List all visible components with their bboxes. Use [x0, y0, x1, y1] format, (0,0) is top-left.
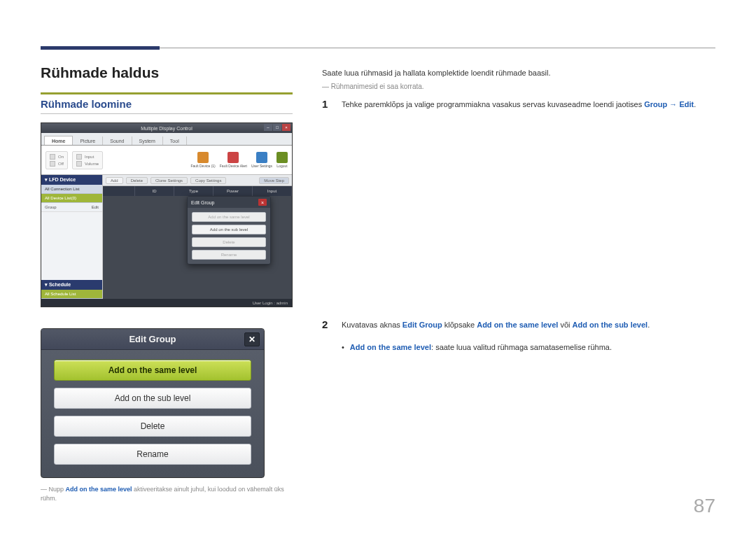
input-icon[interactable]: [76, 154, 82, 160]
sidebar-group-label: Group: [45, 205, 57, 209]
label-off: Off: [58, 162, 64, 166]
logout-icon: [276, 152, 288, 163]
window-maximize-icon[interactable]: □: [273, 124, 281, 131]
bullet-desc: : saate luua valitud rühmaga samatasemel…: [431, 343, 612, 351]
note-line: ― Rühmanimesid ei saa korrata.: [322, 83, 715, 90]
add-button[interactable]: Add: [106, 177, 123, 184]
step2-after: .: [648, 321, 650, 329]
sidebar-all-schedule[interactable]: All Schedule List: [41, 290, 102, 299]
modal-delete-button[interactable]: Delete: [192, 237, 266, 247]
screenshot-mdc-app: Multiple Display Control – □ × Home Pict…: [41, 122, 293, 307]
tab-sound[interactable]: Sound: [103, 136, 132, 145]
th-id: ID: [135, 186, 174, 196]
power-on-icon[interactable]: [50, 154, 55, 160]
main-panel: Add Delete Clone Settings Copy Settings …: [103, 175, 292, 299]
rename-button-large[interactable]: Rename: [54, 444, 251, 465]
fault-device-button[interactable]: Fault Device (1): [191, 152, 216, 168]
fault-alert-button[interactable]: Fault Device Alert: [220, 152, 247, 168]
step2-mid1: klõpsake: [442, 321, 477, 329]
table-header: ID Type Power Input: [103, 186, 292, 196]
page-number: 87: [694, 495, 715, 517]
step1-after: .: [694, 100, 696, 108]
sidebar-header-lfd[interactable]: ▾ LFD Device: [41, 175, 102, 185]
dialog-close-icon[interactable]: ✕: [244, 332, 260, 346]
dialog-title: Edit Group: [129, 334, 176, 344]
step-2: 2 Kuvatavas aknas Edit Group klõpsake Ad…: [322, 319, 715, 331]
step1-group-link: Group: [644, 100, 667, 108]
delete-button[interactable]: Delete: [126, 177, 148, 184]
bullet-dot: •: [342, 343, 344, 351]
modal-titlebar: Edit Group ×: [188, 197, 270, 208]
footnote-dash: ―: [41, 486, 47, 493]
section-heading: Rühmade loomine: [41, 92, 293, 114]
volume-icon[interactable]: [76, 161, 82, 167]
modal-rename-button[interactable]: Rename: [192, 250, 266, 260]
step1-edit-link: Edit: [679, 100, 694, 108]
window-minimize-icon[interactable]: –: [264, 124, 272, 131]
sidebar-all-device[interactable]: All Device List(0): [41, 194, 102, 203]
footnote: ― Nupp Add on the same level aktiveerita…: [41, 485, 293, 503]
step2-editgroup: Edit Group: [402, 321, 442, 329]
tab-tool[interactable]: Tool: [163, 136, 187, 145]
move-step-button[interactable]: Move Step: [259, 177, 289, 184]
add-sub-level-button[interactable]: Add on the sub level: [54, 388, 251, 409]
th-input: Input: [253, 186, 292, 196]
toolgroup-power: On Off: [46, 151, 68, 169]
sidebar-group-row: Group Edit: [41, 203, 102, 212]
logout-label: Logout: [276, 164, 287, 168]
tab-home[interactable]: Home: [44, 136, 73, 145]
copy-settings-button[interactable]: Copy Settings: [190, 177, 226, 184]
ribbon-toolbar: On Off Input Volume Fault Device (1) Fau…: [41, 146, 292, 175]
step1-arrow: →: [667, 100, 679, 108]
status-bar: User Login : admin: [41, 299, 292, 307]
step1-text: Tehke paremklõps ja valige programmiakna…: [342, 100, 644, 108]
sidebar: ▾ LFD Device All Connection List All Dev…: [41, 175, 103, 299]
step2-addsub: Add on the sub level: [573, 321, 648, 329]
page-heading: Rühmade haldus: [41, 64, 293, 81]
window-close-icon[interactable]: ×: [282, 124, 290, 131]
delete-button-large[interactable]: Delete: [54, 416, 251, 437]
step-number: 2: [322, 319, 332, 330]
label-input: Input: [85, 155, 94, 159]
step2-mid2: või: [558, 321, 572, 329]
clone-settings-button[interactable]: Clone Settings: [150, 177, 188, 184]
label-on: On: [58, 155, 64, 159]
fault-device-label: Fault Device (1): [191, 164, 216, 168]
power-off-icon[interactable]: [50, 161, 55, 167]
th-power: Power: [214, 186, 253, 196]
bullet-item: • Add on the same level: saate luua vali…: [342, 343, 715, 351]
modal-add-same-level-button[interactable]: Add on the same level: [192, 212, 266, 222]
modal-add-sub-level-button[interactable]: Add on the sub level: [192, 225, 266, 234]
header-accent: [41, 46, 160, 50]
tab-system[interactable]: System: [132, 136, 163, 145]
sidebar-all-connection[interactable]: All Connection List: [41, 185, 102, 194]
edit-group-modal-small: Edit Group × Add on the same level Add o…: [187, 196, 271, 265]
step2-addsame: Add on the same level: [477, 321, 558, 329]
step-1: 1 Tehke paremklõps ja valige programmiak…: [322, 99, 715, 111]
step2-pre: Kuvatavas aknas: [342, 321, 402, 329]
fault-device-alert-icon: [227, 152, 239, 163]
user-settings-label: User Settings: [251, 164, 272, 168]
dialog-titlebar: Edit Group ✕: [41, 329, 264, 350]
modal-close-icon[interactable]: ×: [258, 199, 267, 206]
sidebar-edit-link[interactable]: Edit: [92, 205, 99, 209]
tab-picture[interactable]: Picture: [73, 136, 103, 145]
toolgroup-input: Input Volume: [72, 151, 103, 169]
th-blank: [103, 186, 135, 196]
sidebar-header-schedule[interactable]: ▾ Schedule: [41, 280, 102, 290]
intro-text: Saate luua rühmasid ja hallata komplekti…: [322, 69, 715, 77]
app-title: Multiple Display Control: [141, 126, 192, 131]
app-titlebar: Multiple Display Control – □ ×: [41, 123, 292, 133]
action-row: Add Delete Clone Settings Copy Settings …: [103, 175, 292, 186]
user-settings-button[interactable]: User Settings: [251, 152, 272, 168]
label-volume: Volume: [85, 162, 99, 166]
footnote-bold: Add on the same level: [66, 486, 132, 493]
logout-button[interactable]: Logout: [276, 152, 288, 168]
step-number: 1: [322, 99, 332, 109]
add-same-level-button[interactable]: Add on the same level: [54, 360, 251, 381]
fault-device-icon: [197, 152, 209, 163]
note-dash: ―: [322, 83, 329, 90]
note-text: Rühmanimesid ei saa korrata.: [331, 83, 424, 90]
user-settings-icon: [256, 152, 267, 163]
footnote-pre: Nupp: [49, 486, 66, 493]
